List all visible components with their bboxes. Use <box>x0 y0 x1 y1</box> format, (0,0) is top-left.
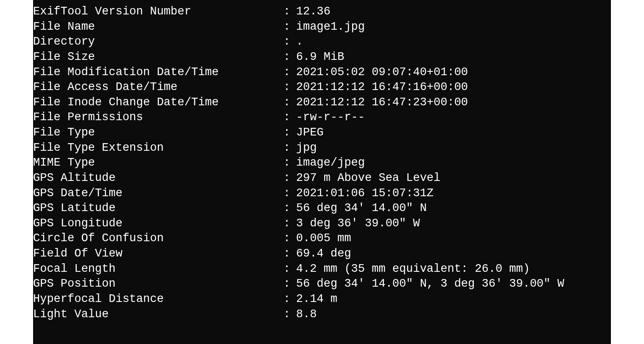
metadata-label: GPS Latitude <box>33 201 283 216</box>
metadata-row: GPS Longitude : 3 deg 36' 39.00" W <box>33 216 611 231</box>
metadata-row: Light Value : 8.8 <box>33 307 611 322</box>
metadata-value: jpg <box>296 141 611 156</box>
separator: : <box>283 34 296 50</box>
metadata-value: JPEG <box>296 125 611 141</box>
metadata-row: File Access Date/Time : 2021:12:12 16:47… <box>33 80 611 95</box>
metadata-label: File Permissions <box>33 110 283 125</box>
metadata-value: 2021:12:12 16:47:16+00:00 <box>296 80 611 95</box>
metadata-label: GPS Longitude <box>33 216 283 231</box>
separator: : <box>283 201 296 216</box>
metadata-value: 56 deg 34' 14.00" N, 3 deg 36' 39.00" W <box>296 276 611 292</box>
separator: : <box>283 307 296 322</box>
separator: : <box>283 216 296 231</box>
metadata-row: Field Of View : 69.4 deg <box>33 246 611 262</box>
separator: : <box>283 4 296 20</box>
terminal-output: ExifTool Version Number : 12.36 File Nam… <box>33 0 611 344</box>
metadata-value: 3 deg 36' 39.00" W <box>296 216 611 231</box>
metadata-value: image/jpeg <box>296 155 611 171</box>
metadata-row: GPS Position : 56 deg 34' 14.00" N, 3 de… <box>33 276 611 292</box>
separator: : <box>283 50 296 65</box>
metadata-value: image1.jpg <box>296 20 611 35</box>
metadata-label: File Name <box>33 20 283 35</box>
metadata-value: . <box>296 34 611 50</box>
separator: : <box>283 155 296 171</box>
metadata-label: Hyperfocal Distance <box>33 292 283 307</box>
separator: : <box>283 20 296 35</box>
metadata-value: 2021:05:02 09:07:40+01:00 <box>296 65 611 80</box>
separator: : <box>283 262 296 277</box>
metadata-value: 297 m Above Sea Level <box>296 171 611 186</box>
metadata-label: Light Value <box>33 307 283 322</box>
metadata-label: File Type Extension <box>33 141 283 156</box>
separator: : <box>283 186 296 201</box>
metadata-row: Directory : . <box>33 34 611 50</box>
metadata-row: Circle Of Confusion : 0.005 mm <box>33 231 611 246</box>
metadata-value: 12.36 <box>296 4 611 20</box>
metadata-value: 2.14 m <box>296 292 611 307</box>
metadata-label: File Modification Date/Time <box>33 65 283 80</box>
metadata-row: Hyperfocal Distance : 2.14 m <box>33 292 611 307</box>
metadata-value: 6.9 MiB <box>296 50 611 65</box>
metadata-row: File Permissions : -rw-r--r-- <box>33 110 611 125</box>
metadata-row: GPS Date/Time : 2021:01:06 15:07:31Z <box>33 186 611 201</box>
metadata-row: File Type : JPEG <box>33 125 611 141</box>
metadata-value: 4.2 mm (35 mm equivalent: 26.0 mm) <box>296 262 611 277</box>
separator: : <box>283 141 296 156</box>
separator: : <box>283 231 296 246</box>
metadata-label: Directory <box>33 34 283 50</box>
metadata-label: File Inode Change Date/Time <box>33 95 283 110</box>
metadata-label: File Type <box>33 125 283 141</box>
metadata-row: File Size : 6.9 MiB <box>33 50 611 65</box>
metadata-row: Focal Length : 4.2 mm (35 mm equivalent:… <box>33 262 611 277</box>
separator: : <box>283 65 296 80</box>
metadata-label: File Access Date/Time <box>33 80 283 95</box>
separator: : <box>283 276 296 292</box>
separator: : <box>283 110 296 125</box>
metadata-label: File Size <box>33 50 283 65</box>
metadata-row: File Inode Change Date/Time : 2021:12:12… <box>33 95 611 110</box>
metadata-row: GPS Latitude : 56 deg 34' 14.00" N <box>33 201 611 216</box>
separator: : <box>283 246 296 262</box>
separator: : <box>283 171 296 186</box>
separator: : <box>283 125 296 141</box>
metadata-label: ExifTool Version Number <box>33 4 283 20</box>
metadata-row: GPS Altitude : 297 m Above Sea Level <box>33 171 611 186</box>
metadata-value: 8.8 <box>296 307 611 322</box>
metadata-label: GPS Position <box>33 276 283 292</box>
metadata-value: 0.005 mm <box>296 231 611 246</box>
metadata-value: 2021:12:12 16:47:23+00:00 <box>296 95 611 110</box>
metadata-row: MIME Type : image/jpeg <box>33 155 611 171</box>
separator: : <box>283 292 296 307</box>
metadata-label: GPS Altitude <box>33 171 283 186</box>
metadata-label: Focal Length <box>33 262 283 277</box>
metadata-row: File Name : image1.jpg <box>33 20 611 35</box>
metadata-label: MIME Type <box>33 155 283 171</box>
metadata-label: GPS Date/Time <box>33 186 283 201</box>
metadata-value: -rw-r--r-- <box>296 110 611 125</box>
metadata-value: 2021:01:06 15:07:31Z <box>296 186 611 201</box>
metadata-label: Field Of View <box>33 246 283 262</box>
separator: : <box>283 80 296 95</box>
metadata-row: File Modification Date/Time : 2021:05:02… <box>33 65 611 80</box>
metadata-row: File Type Extension : jpg <box>33 141 611 156</box>
metadata-row: ExifTool Version Number : 12.36 <box>33 4 611 20</box>
metadata-label: Circle Of Confusion <box>33 231 283 246</box>
separator: : <box>283 95 296 110</box>
metadata-value: 69.4 deg <box>296 246 611 262</box>
metadata-value: 56 deg 34' 14.00" N <box>296 201 611 216</box>
